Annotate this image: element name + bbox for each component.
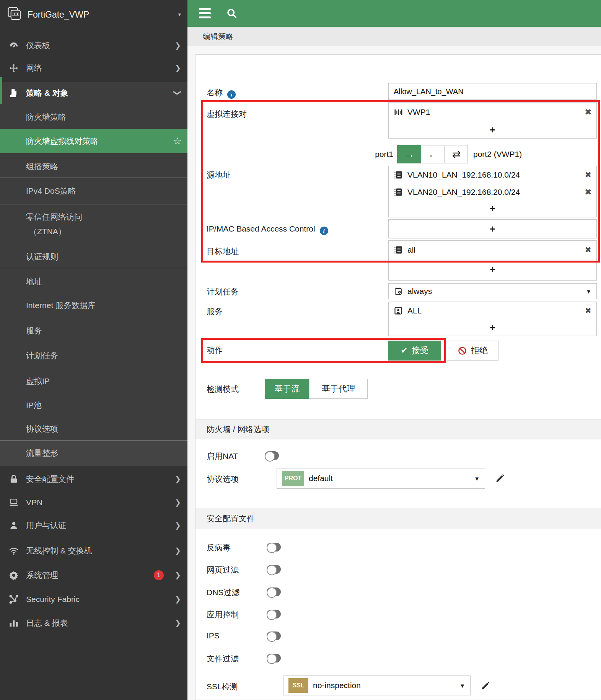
name-label: 名称i (207, 87, 236, 99)
sidebar-item-security-fabric[interactable]: Security Fabric ❯ (0, 588, 187, 610)
breadcrumb-bar: 编辑策略 (187, 27, 601, 46)
caret-down-icon: ▼ (459, 682, 465, 689)
vwp-box: VWP1 ✖ + (388, 102, 597, 139)
lock-icon (8, 473, 20, 485)
favorite-star-icon[interactable]: ☆ (173, 135, 182, 147)
chevron-right-icon: ❯ (175, 521, 181, 530)
inspection-mode-label: 检测模式 (207, 384, 239, 395)
virtual-wire-pair-icon (394, 108, 403, 117)
menu-hamburger-icon[interactable] (199, 8, 211, 18)
vwp-entry[interactable]: VWP1 ✖ (389, 103, 596, 122)
filefilter-toggle[interactable] (267, 654, 281, 662)
sidebar-item-addresses[interactable]: 地址 (0, 271, 187, 292)
caret-down-icon: ▼ (474, 475, 480, 482)
prot-badge: PROT (282, 471, 304, 486)
source-add-button[interactable]: + (389, 201, 596, 217)
action-deny-button[interactable]: 拒绝 (447, 341, 498, 361)
address-icon (394, 188, 403, 197)
device-title: FortiGate_VWP (28, 10, 89, 20)
destination-add-button[interactable]: + (389, 259, 596, 280)
sidebar-item-virtual-ip[interactable]: 虚拟IP (0, 370, 187, 392)
sidebar-item-multicast-policy[interactable]: 组播策略 (0, 155, 187, 177)
protocol-options-label: 协议选项 (207, 474, 239, 485)
page-title: 编辑策略 (203, 31, 233, 42)
sidebar-item-log-report[interactable]: 日志 & 报表 ❯ (0, 612, 187, 634)
inspection-proxy-button[interactable]: 基于代理 (309, 379, 368, 399)
webfilter-toggle[interactable] (267, 565, 281, 574)
service-entry[interactable]: ALL ✖ (389, 302, 596, 320)
sidebar-item-wifi-switch[interactable]: 无线控制 & 交换机 ❯ (0, 540, 187, 561)
chevron-right-icon: ❯ (175, 546, 181, 555)
sidebar-item-services[interactable]: 服务 (0, 320, 187, 341)
sidebar: FortiGate_VWP ▾ 仪表板 ❯ 网络 ❯ 策略 & 对象 ❯ (0, 0, 187, 700)
top-bar (187, 0, 601, 27)
sidebar-item-internet-service-db[interactable]: Internet 服务数据库 (0, 294, 187, 316)
sidebar-item-firewall-policy[interactable]: 防火墙策略 (0, 106, 187, 128)
sidebar-item-traffic-shaping[interactable]: 流量整形 (0, 441, 187, 466)
sidebar-item-auth-rules[interactable]: 认证规则 (0, 246, 187, 268)
sidebar-separator (0, 204, 187, 204)
sidebar-item-security-profiles[interactable]: 安全配置文件 ❯ (0, 468, 187, 490)
nat-toggle[interactable] (265, 451, 279, 460)
ssl-inspection-select[interactable]: SSL no-inspection ▼ (283, 676, 471, 695)
inspection-flow-button[interactable]: 基于流 (265, 379, 309, 399)
service-add-button[interactable]: + (389, 320, 596, 336)
source-entry[interactable]: VLAN20_LAN_192.168.20.0/24 ✖ (389, 183, 596, 201)
remove-icon[interactable]: ✖ (585, 245, 591, 255)
caret-down-icon: ▼ (586, 288, 591, 295)
sidebar-item-firewall-virtual-wire-pair-policy[interactable]: 防火墙虚拟线对策略 ☆ (0, 129, 187, 153)
sidebar-item-network[interactable]: 网络 ❯ (0, 57, 187, 79)
direction-forward-button[interactable]: → (397, 145, 421, 163)
edit-pencil-icon[interactable] (495, 473, 505, 483)
ipmac-add-button[interactable]: + (389, 220, 596, 238)
sidebar-item-ztna[interactable]: 零信任网络访问 （ZTNA） (0, 206, 187, 243)
sidebar-item-dashboard[interactable]: 仪表板 ❯ (0, 34, 187, 56)
sidebar-item-protocol-options[interactable]: 协议选项 (0, 418, 187, 440)
chevron-right-icon: ❯ (175, 571, 181, 579)
vwp-add-button[interactable]: + (389, 122, 596, 138)
remove-icon[interactable]: ✖ (585, 170, 591, 179)
wifi-icon (8, 545, 20, 557)
sidebar-item-policy-objects[interactable]: 策略 & 对象 ❯ (0, 82, 187, 104)
ssl-badge: SSL (288, 678, 308, 693)
remove-icon[interactable]: ✖ (585, 306, 591, 315)
schedule-select[interactable]: always ▼ (388, 283, 597, 299)
sidebar-separator (0, 178, 187, 178)
vdom-selector[interactable]: FortiGate_VWP ▾ (0, 0, 187, 29)
sidebar-item-system[interactable]: 系统管理 1 ❯ (0, 564, 187, 586)
sidebar-item-user-auth[interactable]: 用户与认证 ❯ (0, 514, 187, 536)
edit-pencil-icon[interactable] (480, 680, 491, 691)
remove-icon[interactable]: ✖ (585, 188, 591, 197)
bar-chart-icon (8, 617, 20, 629)
check-icon: ✔ (401, 346, 407, 356)
policy-name-input[interactable] (388, 83, 597, 100)
dnsfilter-toggle[interactable] (267, 587, 281, 596)
source-entry[interactable]: VLAN10_LAN_192.168.10.0/24 ✖ (389, 166, 596, 183)
chevron-right-icon: ❯ (175, 64, 181, 72)
webfilter-label: 网页过滤 (207, 565, 239, 575)
chevron-right-icon: ❯ (175, 618, 181, 627)
security-fabric-icon (8, 593, 20, 605)
antivirus-toggle[interactable] (267, 543, 281, 552)
sidebar-item-ip-pool[interactable]: IP池 (0, 394, 187, 416)
direction-both-button[interactable]: ⇄ (445, 145, 468, 163)
sidebar-item-schedules[interactable]: 计划任务 (0, 344, 187, 366)
service-box: ALL ✖ + (388, 302, 597, 336)
destination-entry[interactable]: all ✖ (389, 241, 596, 259)
action-accept-button[interactable]: ✔ 接受 (388, 341, 441, 361)
laptop-icon (8, 496, 20, 509)
appcontrol-toggle[interactable] (267, 610, 281, 618)
sidebar-separator (0, 268, 187, 268)
protocol-options-select[interactable]: PROT default ▼ (277, 468, 485, 489)
remove-icon[interactable]: ✖ (585, 108, 591, 117)
vwp-label: 虚拟连接对 (207, 109, 247, 119)
policy-document-icon (8, 87, 20, 99)
direction-reverse-button[interactable]: ← (422, 145, 445, 163)
chevron-right-icon: ❯ (175, 595, 181, 604)
ips-toggle[interactable] (267, 631, 281, 640)
search-icon[interactable] (226, 7, 238, 20)
filefilter-label: 文件过滤 (207, 653, 239, 664)
move-arrows-icon (8, 62, 20, 74)
sidebar-item-vpn[interactable]: VPN ❯ (0, 491, 187, 513)
sidebar-item-ipv4-dos-policy[interactable]: IPv4 DoS策略 (0, 180, 187, 202)
